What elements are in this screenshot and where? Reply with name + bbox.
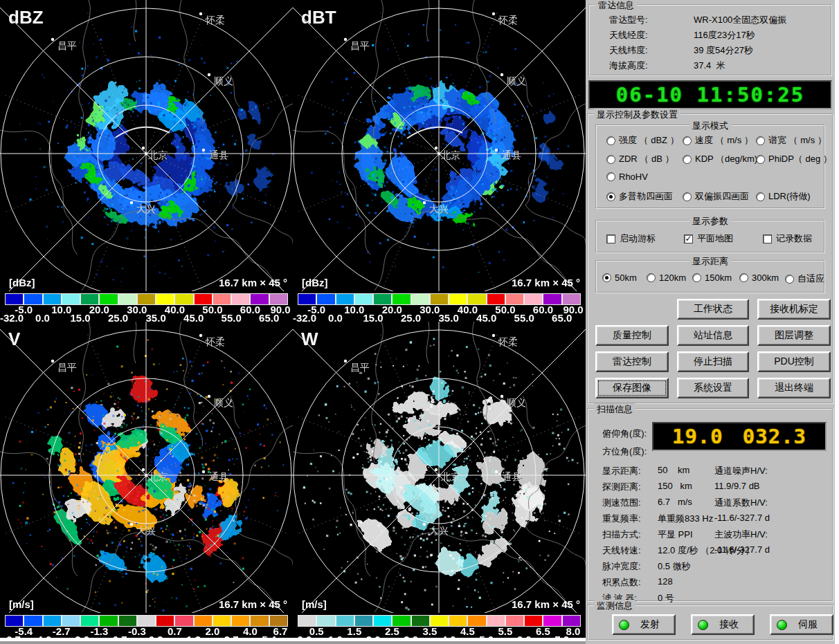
display-param-checkbox[interactable]: 启动游标 xyxy=(606,232,656,245)
indicator-label: 接收 xyxy=(719,618,739,631)
azimuth-label: 方位角(度): xyxy=(602,445,647,458)
control-button[interactable]: 退出终端 xyxy=(757,378,831,398)
colorbar-tick: 10.0 xyxy=(344,304,364,315)
radar-info-value: 37.4 米 xyxy=(694,59,725,72)
display-param-checkbox[interactable]: 记录数据 xyxy=(763,232,812,245)
colorbar-tick: 90.0 xyxy=(270,304,290,315)
city-label: 大兴 xyxy=(429,203,449,214)
colorbar-tick: 40.0 xyxy=(458,304,478,315)
display-param-checkbox[interactable]: ✓平面地图 xyxy=(684,232,733,245)
radio-icon xyxy=(606,172,615,181)
radio-icon xyxy=(606,155,615,164)
radio-icon xyxy=(692,273,701,282)
status-led-icon xyxy=(619,620,629,630)
display-mode-option[interactable]: KDP （deg/km) xyxy=(683,153,757,165)
control-button[interactable]: 站址信息 xyxy=(677,325,749,346)
colorbar-tick: 6.7 xyxy=(273,625,288,637)
display-mode-option[interactable]: 速度 （ m/s ） xyxy=(683,134,753,147)
window-border xyxy=(835,0,839,644)
scan-info-label: 天线转速: xyxy=(602,544,641,557)
colorbar-header: [dBz]16.7 km × 45 ° xyxy=(0,276,293,290)
radio-icon xyxy=(602,273,611,282)
scan-info-value: 0.5 微秒 xyxy=(658,560,691,573)
display-range-title: 显示距离 xyxy=(689,255,731,268)
display-range-option[interactable]: 自适应 xyxy=(785,273,824,285)
control-button[interactable]: 工作状态 xyxy=(677,299,749,320)
display-mode-option[interactable]: 双偏振四画面 xyxy=(683,190,749,203)
display-mode-option[interactable]: RhoHV xyxy=(606,172,648,182)
colorbar-tick: 10.0 xyxy=(51,304,71,315)
city-label: 北京 xyxy=(441,149,460,160)
city-label: 顺义 xyxy=(506,397,526,408)
radio-icon xyxy=(756,136,765,145)
datetime-display: 06-10 11:50:25 xyxy=(588,80,832,109)
checkbox-icon xyxy=(763,234,772,243)
radio-label: 150km xyxy=(705,273,732,283)
scan-info-channel-value: 主波功率H/V: xyxy=(714,528,768,541)
radio-label: 速度 （ m/s ） xyxy=(695,134,753,147)
range-scale-label: 16.7 km × 45 ° xyxy=(219,277,287,288)
control-button[interactable]: 系统设置 xyxy=(677,378,749,398)
colorbar-tick: 2.0 xyxy=(205,625,219,637)
display-range-option[interactable]: 300km xyxy=(739,273,779,283)
colorbar-ticks: -32.0-5.00.010.015.020.025.030.035.040.0… xyxy=(293,304,586,322)
colorbar-tick: -1.3 xyxy=(90,625,108,637)
display-range-option[interactable]: 50km xyxy=(602,273,637,283)
display-range-option[interactable]: 150km xyxy=(692,273,732,283)
colorbar-tick: 0.7 xyxy=(168,625,182,637)
display-mode-option[interactable]: PhiDP（ deg ） xyxy=(756,153,832,165)
monitor-indicator-transmit[interactable]: 发射 xyxy=(612,614,676,635)
radar-terminal-window: 怀柔昌平顺义北京通县大兴dBZ[dBz]16.7 km × 45 °-32.0-… xyxy=(0,0,839,644)
display-mode-option[interactable]: 强度 （ dBZ ） xyxy=(606,134,679,147)
colorbar-tick: 3.5 xyxy=(422,625,437,637)
monitor-group: 监测信息 发射接收伺服 xyxy=(587,605,833,641)
colorbar-tick: -5.4 xyxy=(15,625,33,637)
radio-label: 120km xyxy=(659,273,686,283)
control-button[interactable]: 停止扫描 xyxy=(677,351,749,372)
indicator-label: 伺服 xyxy=(798,618,818,631)
control-button[interactable]: PDU控制 xyxy=(757,351,831,372)
display-mode-option[interactable]: 多普勒四画面 xyxy=(606,190,673,203)
colorbar-unit-label: [m/s] xyxy=(302,598,327,610)
datetime-value: 06-10 11:50:25 xyxy=(616,83,804,107)
radar-info-title: 雷达信息 xyxy=(595,0,637,12)
colorbar-header: [m/s]16.7 km × 45 ° xyxy=(293,598,586,611)
display-mode-option[interactable]: LDR(待做) xyxy=(756,190,811,203)
control-button[interactable]: 接收机标定 xyxy=(757,299,831,320)
control-button[interactable]: 图层调整 xyxy=(757,325,831,346)
city-label: 通县 xyxy=(209,471,228,482)
control-button[interactable]: 雷达控制 xyxy=(595,351,669,372)
city-label: 北京 xyxy=(148,149,168,160)
colorbar-tick: 90.0 xyxy=(563,304,583,315)
scan-info-label: 脉冲宽度: xyxy=(602,560,641,573)
colorbar-tick: 4.5 xyxy=(460,625,475,637)
display-range-option[interactable]: 120km xyxy=(647,273,686,283)
scan-info-value: 50 km xyxy=(658,465,689,475)
monitor-indicator-servo[interactable]: 伺服 xyxy=(770,614,833,635)
radar-info-label: 海拔高度: xyxy=(609,59,648,72)
colorbar-tick: -5.0 xyxy=(15,304,33,315)
radio-icon xyxy=(683,155,692,164)
range-scale-label: 16.7 km × 45 ° xyxy=(219,598,287,610)
display-range-group: 显示距离 50km120km150km300km自适应 xyxy=(595,260,825,293)
control-button[interactable]: 保存图像 xyxy=(595,378,669,398)
scan-info-value: 150 km xyxy=(658,481,692,491)
display-mode-option[interactable]: ZDR （ dB ） xyxy=(606,153,674,165)
radar-info-value: 39 度54分27秒 xyxy=(694,44,753,57)
range-scale-label: 16.7 km × 45 ° xyxy=(512,598,580,610)
display-mode-option[interactable]: 谱宽 （ m/s ） xyxy=(756,134,827,147)
colorbar-tick: 30.0 xyxy=(127,304,147,315)
colorbar-tick: 5.5 xyxy=(498,625,512,637)
control-button[interactable]: 质量控制 xyxy=(595,325,669,346)
colorbar-ticks: -32.0-5.00.010.015.020.025.030.035.040.0… xyxy=(0,304,293,322)
city-label: 昌平 xyxy=(57,362,77,373)
colorbar-tick: 1.5 xyxy=(347,625,361,637)
city-label: 怀柔 xyxy=(498,336,518,347)
colorbar-tick: -0.3 xyxy=(128,625,146,637)
colorbar-tick: 50.0 xyxy=(495,304,515,315)
city-label: 通县 xyxy=(502,471,521,482)
scan-info-channel-value: 11.9/9.7 dB xyxy=(714,481,760,491)
radar-info-value: 116度23分17秒 xyxy=(694,29,755,42)
radio-label: PhiDP（ deg ） xyxy=(768,153,832,165)
monitor-indicator-receive[interactable]: 接收 xyxy=(691,614,755,635)
